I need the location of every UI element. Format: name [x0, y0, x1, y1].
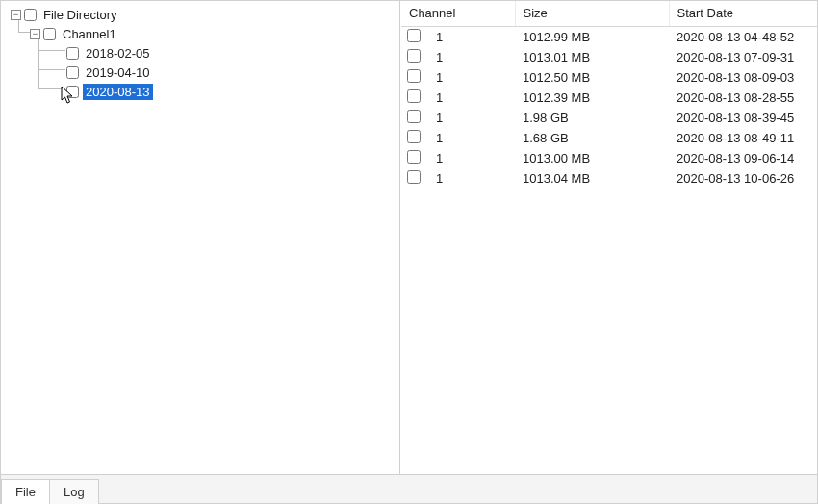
table-pane: Channel Size Start Date 11012.99 MB2020-…: [400, 1, 817, 474]
cell-channel: 1: [428, 168, 515, 189]
cell-size: 1.68 GB: [515, 128, 669, 148]
cell-channel: 1: [428, 108, 515, 128]
cell-channel: 1: [428, 67, 515, 88]
tree-root-checkbox[interactable]: [24, 9, 37, 21]
row-checkbox-cell: [401, 27, 428, 48]
row-checkbox-cell: [401, 88, 428, 108]
col-header-start-date[interactable]: Start Date: [669, 1, 817, 27]
collapse-icon[interactable]: −: [11, 10, 21, 20]
cell-size: 1012.99 MB: [515, 27, 669, 48]
cell-size: 1013.04 MB: [515, 168, 669, 189]
tree-date-label[interactable]: 2018-02-05: [83, 45, 153, 62]
row-checkbox[interactable]: [407, 150, 421, 164]
col-header-channel[interactable]: Channel: [401, 1, 515, 27]
table-row[interactable]: 11012.99 MB2020-08-13 04-48-52: [401, 27, 817, 48]
tree-date-row[interactable]: 2019-04-10: [1, 63, 399, 82]
tree-date-label[interactable]: 2019-04-10: [83, 64, 153, 81]
table-row[interactable]: 11012.39 MB2020-08-13 08-28-55: [401, 88, 817, 108]
row-checkbox-cell: [401, 148, 428, 168]
tree-channel-checkbox[interactable]: [43, 28, 56, 40]
row-checkbox-cell: [401, 47, 428, 67]
row-checkbox[interactable]: [407, 29, 421, 42]
row-checkbox-cell: [401, 168, 428, 189]
tree-date-checkbox[interactable]: [66, 86, 79, 98]
row-checkbox-cell: [401, 108, 428, 128]
table-row[interactable]: 11.68 GB2020-08-13 08-49-11: [401, 128, 817, 148]
cell-start-date: 2020-08-13 08-49-11: [669, 128, 817, 148]
tree-date-checkbox[interactable]: [66, 66, 79, 79]
tree-channel-label[interactable]: Channel1: [60, 26, 119, 42]
cell-channel: 1: [428, 88, 515, 108]
tree-date-row[interactable]: 2018-02-05: [1, 43, 399, 63]
row-checkbox-cell: [401, 67, 428, 88]
table-row[interactable]: 11013.00 MB2020-08-13 09-06-14: [401, 148, 817, 168]
app-window: − File Directory − Channel1 2018-02-05: [0, 0, 818, 504]
bottom-tabs: File Log: [1, 474, 817, 503]
tab-file[interactable]: File: [1, 479, 50, 504]
cell-size: 1012.50 MB: [515, 67, 669, 88]
tab-log[interactable]: Log: [49, 479, 99, 504]
table-row[interactable]: 11012.50 MB2020-08-13 08-09-03: [401, 67, 817, 88]
collapse-icon[interactable]: −: [30, 29, 40, 39]
cell-start-date: 2020-08-13 09-06-14: [669, 148, 817, 168]
tree-pane: − File Directory − Channel1 2018-02-05: [1, 1, 400, 474]
cell-start-date: 2020-08-13 10-06-26: [669, 168, 817, 189]
cell-channel: 1: [428, 27, 515, 48]
cell-size: 1.98 GB: [515, 108, 669, 128]
cell-start-date: 2020-08-13 04-48-52: [669, 27, 817, 48]
tree-channel-row[interactable]: − Channel1: [1, 24, 399, 43]
tree-date-label[interactable]: 2020-08-13: [83, 84, 153, 100]
tree-date-checkbox[interactable]: [66, 47, 79, 60]
row-checkbox[interactable]: [407, 69, 421, 83]
cell-start-date: 2020-08-13 07-09-31: [669, 47, 817, 67]
table-row[interactable]: 11013.01 MB2020-08-13 07-09-31: [401, 47, 817, 67]
cell-size: 1013.01 MB: [515, 47, 669, 67]
file-tree: − File Directory − Channel1 2018-02-05: [1, 5, 399, 101]
tree-root-label[interactable]: File Directory: [40, 7, 120, 23]
file-table: Channel Size Start Date 11012.99 MB2020-…: [401, 1, 817, 189]
table-row[interactable]: 11.98 GB2020-08-13 08-39-45: [401, 108, 817, 128]
cell-channel: 1: [428, 128, 515, 148]
cell-start-date: 2020-08-13 08-39-45: [669, 108, 817, 128]
row-checkbox[interactable]: [407, 130, 421, 143]
row-checkbox[interactable]: [407, 89, 421, 103]
cell-channel: 1: [428, 148, 515, 168]
cell-channel: 1: [428, 47, 515, 67]
table-body: 11012.99 MB2020-08-13 04-48-5211013.01 M…: [401, 27, 817, 189]
main-panes: − File Directory − Channel1 2018-02-05: [1, 1, 817, 474]
tree-root-row[interactable]: − File Directory: [1, 5, 399, 24]
row-checkbox[interactable]: [407, 170, 421, 184]
row-checkbox[interactable]: [407, 110, 421, 123]
cell-size: 1012.39 MB: [515, 88, 669, 108]
table-row[interactable]: 11013.04 MB2020-08-13 10-06-26: [401, 168, 817, 189]
col-header-size[interactable]: Size: [515, 1, 669, 27]
cell-size: 1013.00 MB: [515, 148, 669, 168]
cell-start-date: 2020-08-13 08-28-55: [669, 88, 817, 108]
cell-start-date: 2020-08-13 08-09-03: [669, 67, 817, 88]
tree-date-row[interactable]: 2020-08-13: [1, 82, 399, 101]
table-header-row: Channel Size Start Date: [401, 1, 817, 27]
row-checkbox-cell: [401, 128, 428, 148]
row-checkbox[interactable]: [407, 49, 421, 63]
